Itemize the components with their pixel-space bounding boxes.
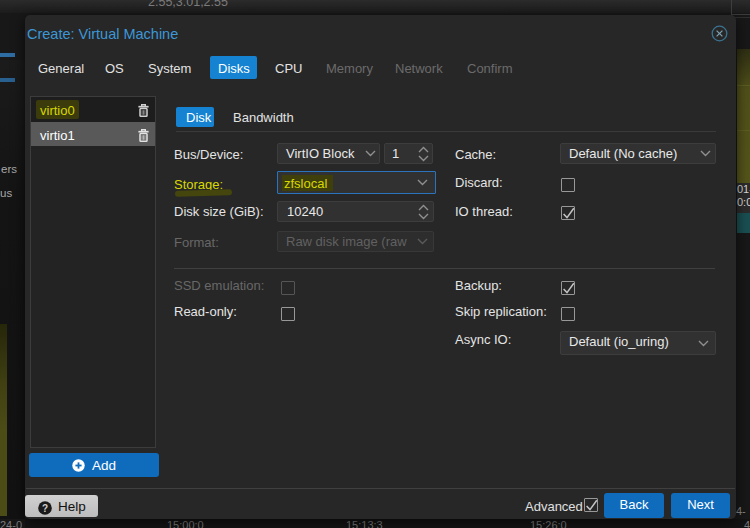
svg-text:?: ? (42, 503, 48, 514)
